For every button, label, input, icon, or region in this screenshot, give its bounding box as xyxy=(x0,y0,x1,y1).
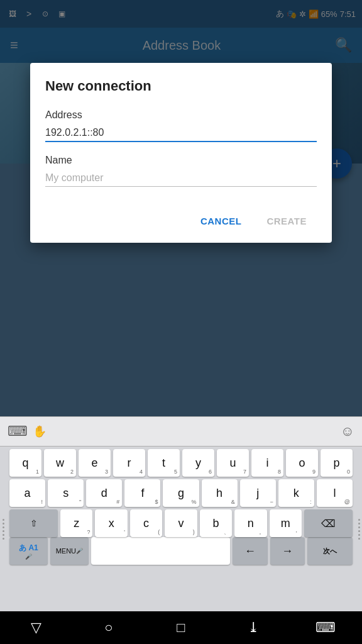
key-j[interactable]: j− xyxy=(240,479,276,507)
key-q[interactable]: q1 xyxy=(9,449,41,477)
key-o[interactable]: o9 xyxy=(286,449,318,477)
menu-key[interactable]: MENU 🎤 xyxy=(50,537,89,565)
toolbar-right: ☺ xyxy=(341,423,354,440)
key-a[interactable]: a! xyxy=(9,479,45,507)
kb-bottom-row: あ A1 🎤 MENU 🎤 ← → 次へ xyxy=(8,537,354,569)
key-b[interactable]: b、 xyxy=(200,509,232,537)
key-x[interactable]: x' xyxy=(95,509,127,537)
input-button[interactable]: ⤓ xyxy=(228,611,278,644)
key-d[interactable]: d# xyxy=(86,479,122,507)
right-arrow-key[interactable]: → xyxy=(270,537,305,565)
address-field-wrap: Address xyxy=(45,109,317,142)
kb-row-1: q1 w2 e3 r4 t5 y6 u7 i8 o9 p0 xyxy=(9,449,353,477)
key-k[interactable]: k: xyxy=(278,479,314,507)
key-s[interactable]: s" xyxy=(48,479,84,507)
key-u[interactable]: u7 xyxy=(217,449,249,477)
kb-dots-left xyxy=(0,447,6,611)
name-input[interactable] xyxy=(45,170,317,187)
key-v[interactable]: v) xyxy=(165,509,197,537)
key-n[interactable]: n。 xyxy=(234,509,266,537)
hand-icon[interactable]: ✋ xyxy=(33,425,47,438)
key-e[interactable]: e3 xyxy=(79,449,111,477)
name-label: Name xyxy=(45,155,317,166)
emoji-icon[interactable]: ☺ xyxy=(341,423,354,440)
next-key[interactable]: 次へ xyxy=(307,537,353,565)
create-button[interactable]: CREATE xyxy=(256,209,317,233)
key-y[interactable]: y6 xyxy=(182,449,214,477)
key-z[interactable]: z? xyxy=(60,509,92,537)
new-connection-dialog: New connection Address Name CANCEL CREAT… xyxy=(30,63,332,243)
name-field-wrap: Name xyxy=(45,155,317,187)
key-t[interactable]: t5 xyxy=(148,449,180,477)
navigation-bar: ▽ ○ □ ⤓ ⌨ xyxy=(0,611,362,644)
mic-icon: 🎤 xyxy=(25,553,32,560)
key-w[interactable]: w2 xyxy=(44,449,76,477)
keyboard: ⌨ ✋ ☺ q1 w2 e3 r4 t5 y6 u7 i8 xyxy=(0,416,362,611)
dialog-title: New connection xyxy=(45,78,317,94)
kb-row-2: a! s" d# f$ g% h& j− k: l@ xyxy=(9,479,353,507)
back-button[interactable]: ▽ xyxy=(11,611,62,644)
home-button[interactable]: ○ xyxy=(84,611,134,644)
menu-label: MENU xyxy=(56,547,76,555)
delete-key[interactable]: ⌫ xyxy=(304,509,353,537)
kb-dots-right xyxy=(356,447,362,611)
cancel-button[interactable]: CANCEL xyxy=(190,209,252,233)
address-label: Address xyxy=(45,109,317,121)
kb-row-3: ⇧ z? x' c( v) b、 n。 m・ ⌫ xyxy=(9,509,353,537)
mic-sub-icon: 🎤 xyxy=(76,548,83,554)
key-h[interactable]: h& xyxy=(202,479,238,507)
key-p[interactable]: p0 xyxy=(321,449,353,477)
key-l[interactable]: l@ xyxy=(317,479,353,507)
keyboard-toolbar: ⌨ ✋ ☺ xyxy=(0,416,362,447)
address-input[interactable] xyxy=(45,125,317,142)
space-key[interactable] xyxy=(91,537,230,565)
key-c[interactable]: c( xyxy=(130,509,162,537)
dialog-actions: CANCEL CREATE xyxy=(45,199,317,238)
lang-switch-key[interactable]: あ A1 🎤 xyxy=(9,537,48,565)
left-arrow-key[interactable]: ← xyxy=(233,537,267,565)
keyboard-nav-icon[interactable]: ⌨ xyxy=(300,611,351,644)
key-f[interactable]: f$ xyxy=(124,479,160,507)
key-i[interactable]: i8 xyxy=(251,449,283,477)
toolbar-left: ⌨ ✋ xyxy=(8,423,47,440)
key-m[interactable]: m・ xyxy=(270,509,302,537)
key-r[interactable]: r4 xyxy=(113,449,145,477)
key-g[interactable]: g% xyxy=(163,479,199,507)
recents-button[interactable]: □ xyxy=(156,611,206,644)
shift-key[interactable]: ⇧ xyxy=(9,509,58,537)
lang-label: あ A1 xyxy=(19,543,38,553)
kb-rows: q1 w2 e3 r4 t5 y6 u7 i8 o9 p0 a! s" d# f… xyxy=(8,447,354,537)
keyboard-layout-icon[interactable]: ⌨ xyxy=(8,423,28,440)
